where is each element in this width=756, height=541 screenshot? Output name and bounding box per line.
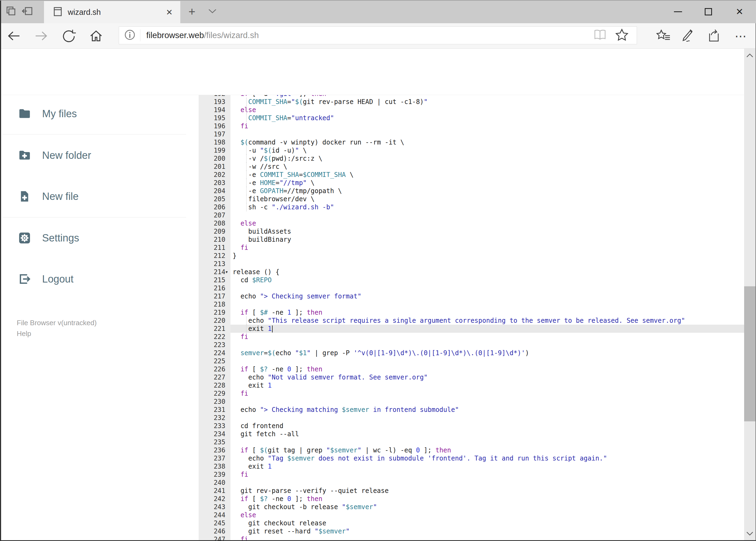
code-text[interactable]: git rev-parse --verify --quiet release xyxy=(233,487,389,495)
sidebar-item-my-files[interactable]: My files xyxy=(0,99,186,129)
line-number[interactable]: 195 xyxy=(199,114,225,122)
code-text[interactable]: exit 1 xyxy=(233,325,273,333)
info-circle-icon[interactable] xyxy=(124,29,136,42)
code-line[interactable]: 198 $(command -v winpty) docker run --rm… xyxy=(189,138,744,146)
line-number[interactable]: 241 xyxy=(199,487,225,495)
code-text[interactable]: if [ $? -ne 0 ]; then xyxy=(233,495,322,503)
code-line[interactable]: 226 if [ $? -ne 0 ]; then xyxy=(189,365,744,373)
code-text[interactable]: buildAssets xyxy=(233,228,291,236)
tab-close-icon[interactable]: ✕ xyxy=(166,8,173,17)
code-line[interactable]: 207 xyxy=(189,211,744,219)
code-text[interactable]: semver=$(echo "$1" | grep -P '^v(0|[1-9]… xyxy=(233,349,529,357)
code-line[interactable]: 201 -w //src \ xyxy=(189,163,744,171)
code-line[interactable]: 242 if [ $? -ne 0 ]; then xyxy=(189,495,744,503)
code-line[interactable]: 197 xyxy=(189,130,744,138)
hub-favorites-button[interactable] xyxy=(653,26,674,46)
code-text[interactable]: -e GOPATH=//tmp/gopath \ xyxy=(233,187,342,195)
line-number[interactable]: 207 xyxy=(199,211,225,219)
line-number[interactable]: 201 xyxy=(199,163,225,171)
line-number[interactable]: 194 xyxy=(199,106,225,114)
line-number[interactable]: 225 xyxy=(199,357,225,365)
line-number[interactable]: 206 xyxy=(199,203,225,211)
code-line[interactable]: 234 git fetch --all xyxy=(189,430,744,438)
line-number[interactable]: 231 xyxy=(199,406,225,414)
address-bar[interactable]: filebrowser.web/files/wizard.sh xyxy=(119,26,637,44)
line-number[interactable]: 198 xyxy=(199,138,225,146)
page-scrollbar[interactable] xyxy=(744,49,755,540)
code-text[interactable]: } xyxy=(233,252,236,260)
code-line[interactable]: 225 xyxy=(189,357,744,365)
code-line[interactable]: 221 exit 1 xyxy=(189,325,744,333)
code-text[interactable]: -e HOME="//tmp" \ xyxy=(233,179,315,187)
browser-tab[interactable]: wizard.sh ✕ xyxy=(44,1,180,23)
sidebar-item-new-folder[interactable]: New folder xyxy=(0,141,186,170)
line-number[interactable]: 208 xyxy=(199,219,225,228)
back-button[interactable] xyxy=(4,26,24,46)
code-line[interactable]: 206 sh -c "./wizard.sh -b" xyxy=(189,203,744,211)
code-line[interactable]: 220 echo "This release script requires a… xyxy=(189,316,744,325)
line-number[interactable]: 219 xyxy=(199,308,225,316)
line-number[interactable]: 213 xyxy=(199,260,225,268)
code-text[interactable]: cd frontend xyxy=(233,422,283,430)
code-text[interactable]: echo "> Checking semver format" xyxy=(233,292,362,300)
line-number[interactable]: 226 xyxy=(199,365,225,373)
help-link[interactable]: Help xyxy=(17,329,31,338)
scroll-down-icon[interactable] xyxy=(744,527,755,540)
code-text[interactable]: cd $REPO xyxy=(233,276,272,284)
code-line[interactable]: 192 if [ -d ".git" ]; then xyxy=(189,95,744,98)
code-line[interactable]: 244 else xyxy=(189,511,744,519)
code-text[interactable]: fi xyxy=(233,389,248,397)
code-line[interactable]: 241 git rev-parse --verify --quiet relea… xyxy=(189,487,744,495)
tab-preview-button[interactable] xyxy=(4,4,18,19)
code-line[interactable]: 193 COMMIT_SHA="$(git rev-parse HEAD | c… xyxy=(189,98,744,106)
line-number[interactable]: 234 xyxy=(199,430,225,438)
code-editor[interactable]: 192 if [ -d ".git" ]; then193 COMMIT_SHA… xyxy=(189,95,744,541)
line-number[interactable]: 244 xyxy=(199,511,225,519)
line-number[interactable]: 221 xyxy=(199,325,225,333)
scroll-up-icon[interactable] xyxy=(744,49,755,62)
line-number[interactable]: 236 xyxy=(199,446,225,454)
code-text[interactable]: COMMIT_SHA="$(git rev-parse HEAD | cut -… xyxy=(233,98,428,106)
line-number[interactable]: 243 xyxy=(199,503,225,511)
code-text[interactable]: if [ $(git tag | grep "$semver" | wc -l)… xyxy=(233,446,451,454)
code-text[interactable]: buildBinary xyxy=(233,236,291,244)
line-number[interactable]: 246 xyxy=(199,527,225,535)
set-tabs-aside-button[interactable] xyxy=(21,4,35,19)
code-line[interactable]: 194 else xyxy=(189,106,744,114)
code-line[interactable]: 238 exit 1 xyxy=(189,462,744,470)
code-text[interactable]: fi xyxy=(233,333,248,341)
code-line[interactable]: 215 cd $REPO xyxy=(189,276,744,284)
share-button[interactable] xyxy=(703,26,723,46)
line-number[interactable]: 197 xyxy=(199,130,225,138)
line-number[interactable]: 224 xyxy=(199,349,225,357)
code-line[interactable]: 222 fi xyxy=(189,333,744,341)
code-line[interactable]: 195 COMMIT_SHA="untracked" xyxy=(189,114,744,122)
line-number[interactable]: 242 xyxy=(199,495,225,503)
new-tab-button[interactable]: + xyxy=(182,0,201,23)
line-number[interactable]: 245 xyxy=(199,519,225,527)
refresh-button[interactable] xyxy=(59,26,79,46)
code-line[interactable]: 200 -v /$(pwd):/src:z \ xyxy=(189,155,744,163)
line-number[interactable]: 199 xyxy=(199,146,225,155)
code-text[interactable]: fi xyxy=(233,470,248,479)
sidebar-item-new-file[interactable]: New file xyxy=(0,182,186,211)
code-line[interactable]: 214▾release () { xyxy=(189,268,744,276)
code-line[interactable]: 240 xyxy=(189,479,744,487)
code-line[interactable]: 233 cd frontend xyxy=(189,422,744,430)
code-line[interactable]: 209 buildAssets xyxy=(189,228,744,236)
code-line[interactable]: 204 -e GOPATH=//tmp/gopath \ xyxy=(189,187,744,195)
line-number[interactable]: 210 xyxy=(199,236,225,244)
code-line[interactable]: 205 filebrowser/dev \ xyxy=(189,195,744,203)
line-number[interactable]: 215 xyxy=(199,276,225,284)
line-number[interactable]: 235 xyxy=(199,438,225,446)
line-number[interactable]: 229 xyxy=(199,389,225,397)
line-number[interactable]: 232 xyxy=(199,414,225,422)
line-number[interactable]: 209 xyxy=(199,228,225,236)
code-text[interactable]: -u "$(id -u)" \ xyxy=(233,146,307,155)
code-line[interactable]: 227 echo "Not valid semver format. See s… xyxy=(189,373,744,381)
code-line[interactable]: 230 xyxy=(189,397,744,406)
line-number[interactable]: 196 xyxy=(199,122,225,130)
code-text[interactable]: -w //src \ xyxy=(233,163,287,171)
sidebar-item-logout[interactable]: Logout xyxy=(0,264,186,294)
code-line[interactable]: 216 xyxy=(189,284,744,292)
